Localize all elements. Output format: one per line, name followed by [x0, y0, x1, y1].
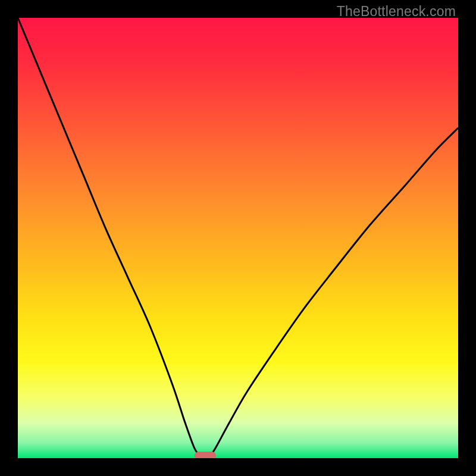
watermark-text: TheBottleneck.com	[337, 4, 456, 20]
chart-frame: TheBottleneck.com	[0, 0, 476, 476]
plot-area	[18, 18, 458, 458]
optimal-marker	[195, 452, 216, 458]
bottleneck-curve	[18, 18, 458, 458]
